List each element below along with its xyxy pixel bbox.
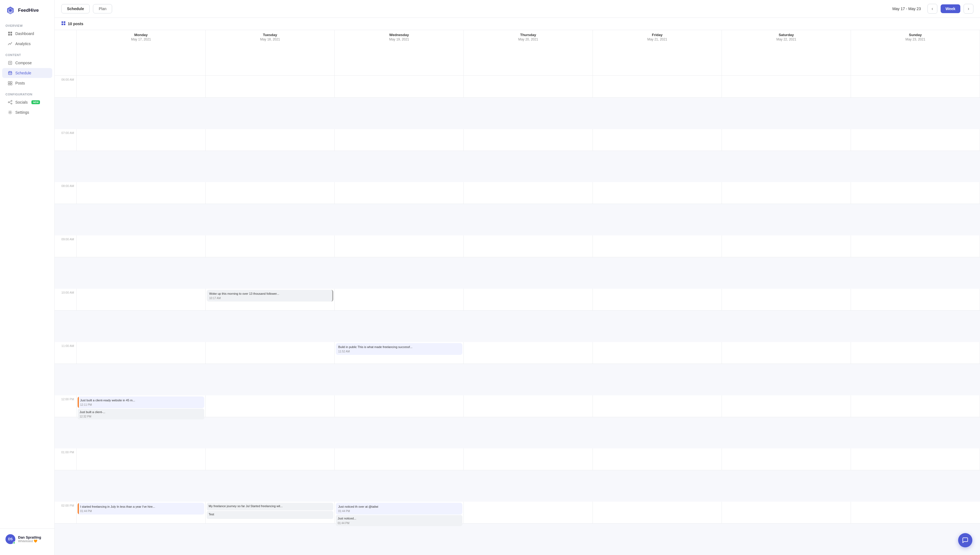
cell-fri-0800[interactable] xyxy=(593,182,722,204)
cell-mon-0900[interactable] xyxy=(77,236,205,257)
cell-fri-0700[interactable] xyxy=(593,129,722,151)
post-card-mon-0200pm[interactable]: I started freelancing in July In less th… xyxy=(78,503,204,515)
cell-mon-0800[interactable] xyxy=(77,182,205,204)
user-name: Dan Spratling xyxy=(18,535,49,539)
section-label-content: Content xyxy=(0,51,55,58)
cell-sun-1200[interactable] xyxy=(851,395,980,417)
post-card-mon-1200b[interactable]: Just built a client-... 12:32 PM xyxy=(78,409,204,419)
cell-thu-1200[interactable] xyxy=(464,395,593,417)
cell-sun-0600[interactable] xyxy=(851,76,980,98)
sidebar-item-compose[interactable]: Compose xyxy=(2,58,52,68)
cell-tue-0100pm[interactable] xyxy=(205,448,335,470)
cell-sat-1200[interactable] xyxy=(722,395,851,417)
cell-mon-1100[interactable] xyxy=(77,342,205,364)
cell-wed-0900[interactable] xyxy=(335,236,464,257)
cell-tue-1000[interactable]: Woke up this morning to over 13 thousand… xyxy=(205,289,335,311)
cell-tue-0800[interactable] xyxy=(205,182,335,204)
sidebar-item-socials[interactable]: Socials NEW xyxy=(2,97,52,107)
cell-thu-0700[interactable] xyxy=(464,129,593,151)
cell-wed-0200pm[interactable]: Just noticed th over at @tailwi 01:44 PM… xyxy=(335,502,464,524)
sidebar-item-posts[interactable]: Posts xyxy=(2,78,52,88)
cell-sun-1000[interactable] xyxy=(851,289,980,311)
cell-thu-1100[interactable] xyxy=(464,342,593,364)
schedule-icon xyxy=(8,71,13,75)
cell-wed-0800[interactable] xyxy=(335,182,464,204)
chat-fab-button[interactable] xyxy=(958,533,972,547)
svg-rect-4 xyxy=(10,32,12,34)
post-card-mon-1200a[interactable]: Just built a client-ready website in 45 … xyxy=(78,396,204,408)
cell-tue-0600[interactable] xyxy=(205,76,335,98)
cell-tue-0900[interactable] xyxy=(205,236,335,257)
cell-fri-1100[interactable] xyxy=(593,342,722,364)
cell-thu-0600[interactable] xyxy=(464,76,593,98)
cell-sat-0200pm[interactable] xyxy=(722,502,851,524)
svg-rect-8 xyxy=(8,72,12,75)
cell-mon-0100pm[interactable] xyxy=(77,448,205,470)
cell-sat-1000[interactable] xyxy=(722,289,851,311)
post-card-wed-1100[interactable]: Build in public This is what made freela… xyxy=(336,343,462,355)
post-card-tue-0200pm[interactable]: My freelance journey so far Jul Started … xyxy=(207,503,333,510)
cell-wed-0700[interactable] xyxy=(335,129,464,151)
sidebar-item-settings[interactable]: Settings xyxy=(2,107,52,117)
cell-mon-1000[interactable] xyxy=(77,289,205,311)
cell-sat-0700[interactable] xyxy=(722,129,851,151)
cell-thu-0200pm[interactable] xyxy=(464,502,593,524)
cell-tue-0200pm[interactable]: My freelance journey so far Jul Started … xyxy=(205,502,335,524)
post-card-tue-0200pm-b[interactable]: Test xyxy=(207,511,333,519)
schedule-tab[interactable]: Schedule xyxy=(61,4,90,13)
cell-sat-0100pm[interactable] xyxy=(722,448,851,470)
post-card-wed-0200pm-a[interactable]: Just noticed th over at @tailwi 01:44 PM xyxy=(336,503,462,515)
cell-sat-0800[interactable] xyxy=(722,182,851,204)
cell-tue-1100[interactable] xyxy=(205,342,335,364)
post-card-wed-0200pm-b[interactable]: Just noticed... 01:44 PM xyxy=(336,515,462,526)
sidebar-item-schedule[interactable]: Schedule xyxy=(2,68,52,78)
time-label-0600: 06:00 AM xyxy=(55,76,77,98)
cell-sun-0900[interactable] xyxy=(851,236,980,257)
cell-sun-1100[interactable] xyxy=(851,342,980,364)
cell-fri-1200[interactable] xyxy=(593,395,722,417)
user-status: Whitelisted 🧡 xyxy=(18,539,49,543)
logo[interactable]: FeedHive xyxy=(0,5,55,22)
sidebar-item-analytics[interactable]: Analytics xyxy=(2,39,52,49)
cell-thu-0800[interactable] xyxy=(464,182,593,204)
cell-wed-1100[interactable]: Build in public This is what made freela… xyxy=(335,342,464,364)
cell-sun-0100pm[interactable] xyxy=(851,448,980,470)
cell-tue-1200[interactable] xyxy=(205,395,335,417)
post-card-tue-1000[interactable]: Woke up this morning to over 13 thousand… xyxy=(207,290,333,302)
cell-sun-0700[interactable] xyxy=(851,129,980,151)
cell-thu-0100pm[interactable] xyxy=(464,448,593,470)
day-header-tuesday: Tuesday May 18, 2021 xyxy=(205,30,335,76)
cell-wed-0600[interactable] xyxy=(335,76,464,98)
cell-sat-0600[interactable] xyxy=(722,76,851,98)
cell-fri-0200pm[interactable] xyxy=(593,502,722,524)
calendar-container[interactable]: Monday May 17, 2021 Tuesday May 18, 2021… xyxy=(55,30,980,555)
user-card[interactable]: DS Dan Spratling Whitelisted 🧡 xyxy=(3,532,51,546)
cell-fri-0900[interactable] xyxy=(593,236,722,257)
cell-mon-0600[interactable] xyxy=(77,76,205,98)
logo-icon xyxy=(5,5,15,15)
cell-fri-0100pm[interactable] xyxy=(593,448,722,470)
cell-wed-0100pm[interactable] xyxy=(335,448,464,470)
cell-sat-1100[interactable] xyxy=(722,342,851,364)
cell-thu-0900[interactable] xyxy=(464,236,593,257)
prev-week-button[interactable]: ‹ xyxy=(927,4,937,14)
plan-tab[interactable]: Plan xyxy=(93,4,112,13)
schedule-label: Schedule xyxy=(15,71,31,75)
svg-rect-14 xyxy=(10,83,12,85)
cell-mon-0200pm[interactable]: I started freelancing in July In less th… xyxy=(77,502,205,524)
cell-mon-0700[interactable] xyxy=(77,129,205,151)
cell-sun-0800[interactable] xyxy=(851,182,980,204)
next-week-button[interactable]: › xyxy=(964,4,974,14)
sidebar-item-dashboard[interactable]: Dashboard xyxy=(2,29,52,38)
cell-tue-0700[interactable] xyxy=(205,129,335,151)
cell-thu-1000[interactable] xyxy=(464,289,593,311)
date-range: May 17 - May 23 xyxy=(892,6,921,11)
cell-fri-1000[interactable] xyxy=(593,289,722,311)
week-button[interactable]: Week xyxy=(941,4,960,13)
cell-wed-1200[interactable] xyxy=(335,395,464,417)
cell-fri-0600[interactable] xyxy=(593,76,722,98)
cell-wed-1000[interactable] xyxy=(335,289,464,311)
cell-mon-1200[interactable]: Just built a client-ready website in 45 … xyxy=(77,395,205,417)
cell-sat-0900[interactable] xyxy=(722,236,851,257)
cell-sun-0200pm[interactable] xyxy=(851,502,980,524)
